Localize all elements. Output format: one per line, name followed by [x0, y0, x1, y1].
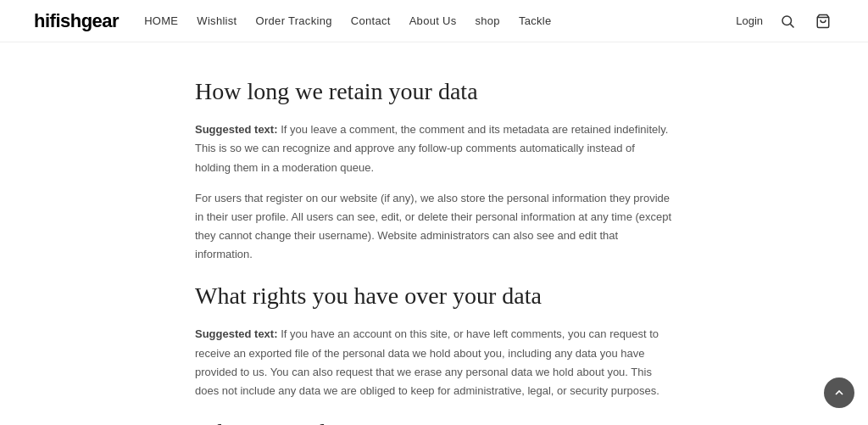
- search-button[interactable]: [776, 10, 798, 32]
- svg-point-0: [782, 16, 792, 25]
- section2-label1: Suggested text:: [195, 327, 278, 340]
- section1-label1: Suggested text:: [195, 123, 278, 136]
- search-icon: [780, 14, 795, 29]
- arrow-up-icon: [832, 386, 846, 400]
- site-logo[interactable]: hifishgear: [34, 10, 119, 32]
- login-link[interactable]: Login: [736, 14, 763, 27]
- nav-order-tracking[interactable]: Order Tracking: [256, 14, 332, 27]
- nav-wishlist[interactable]: Wishlist: [197, 14, 236, 27]
- section2-para1: Suggested text: If you have an account o…: [195, 325, 673, 400]
- section3-heading: Where your data is sent: [195, 417, 673, 425]
- header-actions: Login: [736, 10, 834, 32]
- cart-button[interactable]: [812, 10, 834, 32]
- section1-heading: How long we retain your data: [195, 76, 673, 107]
- section1-para1: Suggested text: If you leave a comment, …: [195, 120, 673, 176]
- nav-tackle[interactable]: Tackle: [519, 14, 552, 27]
- nav-about-us[interactable]: About Us: [409, 14, 457, 27]
- scroll-to-top-button[interactable]: [824, 377, 854, 408]
- svg-line-1: [790, 24, 793, 27]
- main-content: How long we retain your data Suggested t…: [0, 42, 868, 425]
- section2-heading: What rights you have over your data: [195, 281, 673, 311]
- nav-shop[interactable]: shop: [476, 14, 500, 27]
- site-header: hifishgear HOME Wishlist Order Tracking …: [0, 0, 868, 42]
- nav-contact[interactable]: Contact: [351, 14, 391, 27]
- cart-icon: [815, 14, 831, 29]
- nav-home[interactable]: HOME: [144, 14, 178, 27]
- section1-para2: For users that register on our website (…: [195, 189, 673, 264]
- main-nav: HOME Wishlist Order Tracking Contact Abo…: [144, 14, 736, 27]
